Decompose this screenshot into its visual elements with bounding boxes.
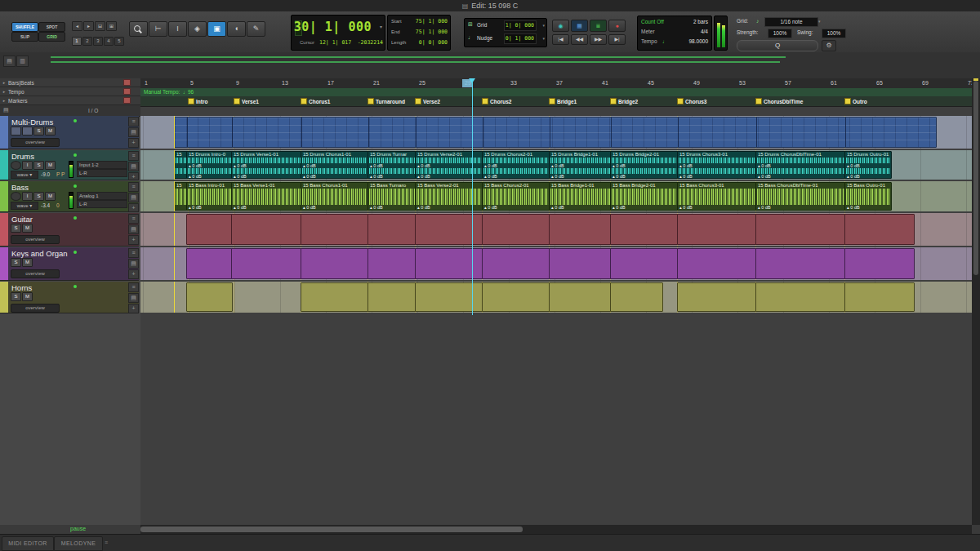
region-clip[interactable] (186, 282, 233, 312)
track-overview-button[interactable]: overview (11, 269, 60, 278)
pencil-tool[interactable]: ✎ (247, 21, 265, 37)
track-grid-icon[interactable]: ▤ (128, 193, 139, 202)
grid-resolution-select[interactable]: 1/16 note (764, 17, 818, 27)
rewind-button[interactable]: ◀◀ (571, 34, 588, 45)
region-clip[interactable] (844, 282, 915, 312)
region-clip[interactable] (610, 282, 663, 312)
zoom-preset-2[interactable]: 2 (82, 37, 92, 46)
audio-clip[interactable]: 15 Bass Bridge1-01▴ 0 dB (549, 182, 612, 211)
track-s-button[interactable]: S (11, 258, 21, 267)
audio-clip[interactable]: 15 Bass Bridge2-01▴ 0 dB (610, 182, 679, 211)
track-pan-value[interactable]: 0 (56, 202, 60, 208)
mode-grid-button[interactable]: GRID (38, 32, 65, 42)
track-name[interactable]: Multi-Drums (11, 118, 53, 127)
gear-icon[interactable]: ⚙ (822, 40, 836, 51)
vertical-scrollbar-thumb[interactable] (973, 81, 978, 275)
track-tile-horns[interactable]: HornsSMoverview≡▤+ (0, 282, 139, 313)
zoom-preset-4[interactable]: 4 (104, 37, 114, 46)
zoom-preset-5[interactable]: 5 (114, 37, 124, 46)
loop-playback-button[interactable]: ◉ (552, 20, 569, 32)
record-enable-button[interactable] (11, 161, 21, 170)
mode-slip-button[interactable]: SLIP (11, 32, 38, 42)
track-s-button[interactable]: S (11, 292, 21, 301)
nudge-value[interactable]: 0| 1| 000 (504, 33, 537, 44)
region-clip[interactable] (755, 248, 846, 279)
region-clip[interactable] (844, 248, 915, 279)
swing-value[interactable]: 100% (822, 29, 846, 38)
tab-options-icon[interactable]: ≡ (105, 540, 108, 545)
nudge-dropdown-icon[interactable]: ▾ (542, 36, 545, 41)
audio-clip[interactable]: 15 Drums ChorusDblTime-01▴ 0 dB▴ 0 dB (755, 151, 846, 179)
grid-resolution-dropdown-icon[interactable]: ▾ (818, 19, 821, 24)
track-lane-keys-and-organ[interactable] (140, 247, 972, 280)
region-clip[interactable] (677, 214, 757, 245)
region-clip[interactable] (677, 248, 757, 279)
region-clip[interactable] (844, 214, 915, 245)
midi-clip[interactable] (174, 117, 937, 148)
region-clip[interactable] (231, 248, 302, 279)
track-color-strip[interactable] (0, 150, 8, 180)
horizontal-scrollbar-thumb[interactable] (140, 527, 523, 532)
track-output-selector[interactable]: L-R (77, 169, 127, 177)
track-add-icon[interactable]: + (128, 203, 139, 212)
region-clip[interactable] (415, 248, 483, 279)
counter-dropdown-icon[interactable]: ▾ (380, 24, 382, 29)
grid-value[interactable]: 1| 0| 000 (504, 20, 537, 31)
return-to-zero-button[interactable]: |◀ (552, 34, 569, 45)
audio-clip[interactable]: 15 Drums Verse2-01▴ 0 dB▴ 0 dB (415, 151, 483, 179)
track-output-selector[interactable]: L-R (77, 200, 127, 208)
region-clip[interactable] (610, 214, 679, 245)
track-menu-icon[interactable]: ≡ (128, 282, 139, 292)
region-clip[interactable] (301, 214, 369, 245)
count-off-label[interactable]: Count Off (641, 19, 664, 24)
grid-dropdown-icon[interactable]: ▾ (542, 23, 545, 28)
track-menu-icon[interactable]: ≡ (128, 214, 139, 224)
layout-icon[interactable]: ▥ (16, 56, 29, 67)
region-clip[interactable] (482, 248, 550, 279)
track-tile-bass[interactable]: BassISMAnalog 1L-Rwave ▾-3.40≡▤+ (0, 181, 139, 212)
track-name[interactable]: Keys and Organ (11, 249, 68, 258)
track-menu-icon[interactable]: ≡ (128, 151, 139, 161)
tempo-label[interactable]: Tempo (641, 38, 657, 44)
track-color-strip[interactable] (0, 282, 8, 313)
playhead-handle[interactable] (469, 78, 475, 83)
audio-clip[interactable]: 15 Bass Chorus3-01▴ 0 dB (677, 182, 757, 211)
track-lane-bass[interactable]: 1515 Bass Intro-01▴ 0 dB15 Bass Verse1-0… (140, 181, 972, 211)
track-name[interactable]: Guitar (11, 215, 33, 224)
track-m-button[interactable]: M (45, 161, 56, 170)
track-tile-drums[interactable]: DrumsISMInput 1-2L-Rwave ▾-9.0P P≡▤+ (0, 150, 139, 180)
track-m-button[interactable]: M (22, 292, 33, 301)
track-grid-icon[interactable]: ▤ (128, 293, 139, 303)
audio-clip[interactable]: 15 Bass Turnaro▴ 0 dB (368, 182, 416, 211)
audio-clip[interactable]: 15 Bass ChorusDblTime-01▴ 0 dB (755, 182, 846, 211)
record-enable-button[interactable] (11, 192, 21, 201)
tempo-value[interactable]: 98.0000 (689, 38, 709, 44)
track-view-selector[interactable]: wave ▾ (11, 202, 38, 210)
track-color-strip[interactable] (0, 181, 8, 211)
audio-clip[interactable]: 15 Drums Chorus1-01▴ 0 dB▴ 0 dB (301, 151, 369, 179)
universe-track-line[interactable] (51, 61, 780, 63)
audio-clip[interactable]: 15 Bass Verse2-01▴ 0 dB (415, 182, 483, 211)
audio-clip[interactable]: 15 Drums Bridge1-01▴ 0 dB▴ 0 dB (549, 151, 612, 179)
audio-clip[interactable]: 15 Bass Intro-01▴ 0 dB (186, 182, 233, 211)
meter-label[interactable]: Meter (641, 29, 655, 34)
quantize-button[interactable]: Q (737, 40, 818, 51)
audio-clip[interactable]: 15 Drums Chorus3-01▴ 0 dB▴ 0 dB (677, 151, 757, 179)
region-clip[interactable] (755, 282, 846, 312)
tab-midi-editor[interactable]: MIDI EDITOR (2, 536, 54, 551)
track-menu-icon[interactable]: ≡ (128, 117, 139, 127)
track-add-icon[interactable]: + (128, 269, 139, 279)
zoom-arrow-icon[interactable]: ◂ (72, 21, 82, 31)
meter-value[interactable]: 4/4 (701, 29, 708, 34)
zoom-preset-3[interactable]: 3 (93, 37, 103, 46)
region-clip[interactable] (301, 282, 369, 312)
zoom-tool[interactable] (129, 21, 148, 37)
track-s-button[interactable]: S (33, 192, 44, 201)
track-m-button[interactable]: M (22, 258, 33, 267)
track-tile-keys-and-organ[interactable]: Keys and OrganSMoverview≡▤+ (0, 247, 139, 281)
track-overview-button[interactable]: overview (11, 138, 60, 147)
audio-clip[interactable]: 15 Drums Turnar▴ 0 dB▴ 0 dB (368, 151, 416, 179)
track-volume-value[interactable]: -9.0 (41, 171, 50, 177)
track-grid-icon[interactable]: ▤ (128, 224, 139, 234)
track-i-button[interactable]: I (22, 192, 33, 201)
